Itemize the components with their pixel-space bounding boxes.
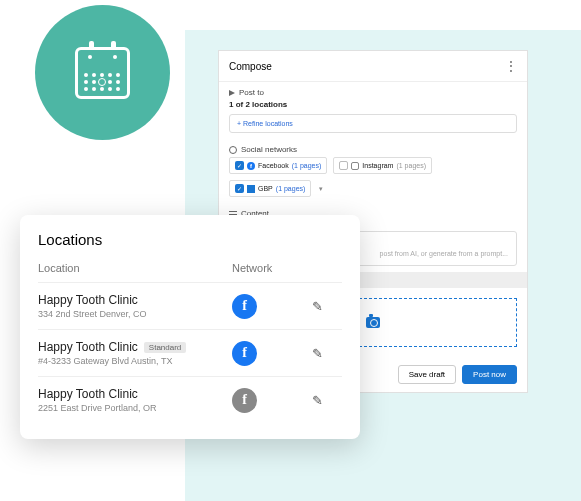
edit-icon[interactable]: ✎ — [312, 299, 342, 314]
calendar-icon — [75, 47, 130, 99]
location-info: Happy Tooth Clinic 2251 East Drive Portl… — [38, 387, 232, 413]
gbp-icon — [247, 185, 255, 193]
col-network: Network — [232, 262, 312, 274]
location-name: Happy Tooth Clinic — [38, 340, 138, 354]
postto-section: Post to 1 of 2 locations + Refine locati… — [219, 82, 527, 139]
postto-count: 1 of 2 locations — [229, 100, 517, 109]
location-name: Happy Tooth Clinic — [38, 387, 138, 401]
location-info: Happy Tooth Clinic 334 2nd Street Denver… — [38, 293, 232, 319]
post-now-button[interactable]: Post now — [462, 365, 517, 384]
facebook-icon[interactable]: f — [232, 294, 257, 319]
globe-icon — [229, 146, 237, 154]
checkbox-icon[interactable]: ✓ — [235, 161, 244, 170]
facebook-icon[interactable]: f — [232, 388, 257, 413]
calendar-badge — [35, 5, 170, 140]
instagram-icon — [351, 162, 359, 170]
location-name: Happy Tooth Clinic — [38, 293, 138, 307]
table-row: Happy Tooth Clinic 2251 East Drive Portl… — [38, 376, 342, 423]
postto-label: Post to — [229, 88, 517, 97]
network-facebook[interactable]: ✓ f Facebook (1 pages) — [229, 157, 327, 174]
send-icon — [229, 90, 235, 96]
checkbox-icon[interactable]: ✓ — [235, 184, 244, 193]
table-row: Happy Tooth ClinicStandard #4-3233 Gatew… — [38, 329, 342, 376]
locations-card: Locations Location Network Happy Tooth C… — [20, 215, 360, 439]
checkbox-icon[interactable] — [339, 161, 348, 170]
networks-section: Social networks ✓ f Facebook (1 pages) I… — [219, 139, 527, 203]
facebook-icon[interactable]: f — [232, 341, 257, 366]
edit-icon[interactable]: ✎ — [312, 346, 342, 361]
network-instagram[interactable]: Instagram (1 pages) — [333, 157, 432, 174]
networks-label: Social networks — [229, 145, 517, 154]
compose-title: Compose — [229, 61, 272, 72]
network-gbp[interactable]: ✓ GBP (1 pages) — [229, 180, 311, 197]
networks-row: ✓ f Facebook (1 pages) Instagram (1 page… — [229, 157, 517, 197]
location-info: Happy Tooth ClinicStandard #4-3233 Gatew… — [38, 340, 232, 366]
facebook-icon: f — [247, 162, 255, 170]
more-icon[interactable]: ⋮ — [505, 59, 517, 73]
edit-icon[interactable]: ✎ — [312, 393, 342, 408]
location-address: 334 2nd Street Denver, CO — [38, 309, 232, 319]
standard-badge: Standard — [144, 342, 186, 353]
camera-icon — [366, 317, 380, 328]
refine-locations-button[interactable]: + Refine locations — [229, 114, 517, 133]
location-address: 2251 East Drive Portland, OR — [38, 403, 232, 413]
compose-header: Compose ⋮ — [219, 51, 527, 82]
chevron-down-icon[interactable]: ▾ — [319, 185, 323, 193]
locations-header-row: Location Network — [38, 262, 342, 282]
location-address: #4-3233 Gateway Blvd Austin, TX — [38, 356, 232, 366]
col-edit — [312, 262, 342, 274]
table-row: Happy Tooth Clinic 334 2nd Street Denver… — [38, 282, 342, 329]
col-location: Location — [38, 262, 232, 274]
locations-title: Locations — [38, 231, 342, 248]
save-draft-button[interactable]: Save draft — [398, 365, 456, 384]
